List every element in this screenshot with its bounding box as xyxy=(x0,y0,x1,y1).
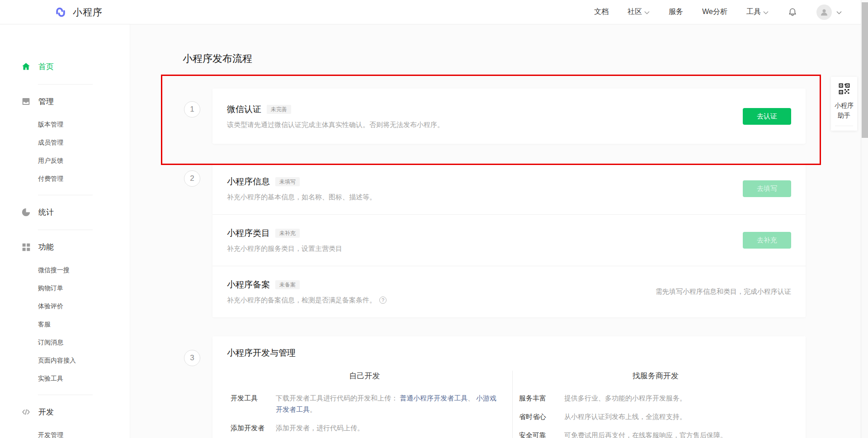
inbox-icon xyxy=(21,97,31,106)
miniprogram-logo-icon xyxy=(54,6,67,19)
miniprogram-icp-row: 小程序备案 未备案 补充小程序的备案信息，检测是否满足备案条件。 ? 需先填写小… xyxy=(212,266,806,317)
sidebar-item-user-feedback[interactable]: 用户反馈 xyxy=(0,151,130,170)
account-menu[interactable] xyxy=(816,5,842,20)
home-icon xyxy=(21,62,31,71)
chevron-down-icon xyxy=(763,8,769,16)
sidebar-item-customer-service[interactable]: 客服 xyxy=(0,315,130,333)
step-number-3: 3 xyxy=(184,350,200,366)
miniprogram-console-page: 小程序 文档 社区 服务 We分析 工具 xyxy=(0,0,868,438)
main-content: 小程序发布流程 1 2 3 微信认证 未完善 该类型请先通过微信认证完成主体真实… xyxy=(130,24,868,438)
service-provider-column: 找服务商开发 服务丰富 提供多行业、多功能的小程序开发服务。 省时省心 从小程序… xyxy=(512,371,806,438)
sidebar-item-shopping-orders[interactable]: 购物订单 xyxy=(0,279,130,297)
go-add-category-button[interactable]: 去补充 xyxy=(743,232,791,249)
safe-reliable-row: 安全可靠 可免费试用后再支付，在线客服响应，官方售后保障。 xyxy=(519,429,792,438)
divider xyxy=(38,230,93,230)
sidebar-item-member-management[interactable]: 成员管理 xyxy=(0,133,130,151)
code-icon xyxy=(21,407,31,417)
avatar xyxy=(816,5,832,20)
step3-title: 小程序开发与管理 xyxy=(227,347,791,359)
logo-text: 小程序 xyxy=(73,6,103,19)
divider xyxy=(38,195,93,195)
sidebar-item-page-content-access[interactable]: 页面内容接入 xyxy=(0,351,130,369)
sidebar-sublist-development: 开发管理 xyxy=(0,426,130,438)
info-description: 补充小程序的基本信息，如名称、图标、描述等。 xyxy=(227,193,743,202)
miniprogram-assistant-widget[interactable]: 小程序 助手 xyxy=(831,77,857,131)
page-scrollbar[interactable] xyxy=(861,0,868,438)
step1-description: 该类型请先通过微信认证完成主体真实性确认。否则将无法发布小程序。 xyxy=(227,120,743,129)
assistant-label-line2: 助手 xyxy=(831,110,857,120)
sidebar-item-home[interactable]: 首页 xyxy=(0,56,130,77)
divider xyxy=(38,84,93,85)
qr-code-icon xyxy=(839,88,850,96)
page-title: 小程序发布流程 xyxy=(183,52,252,66)
sidebar-item-features[interactable]: 功能 xyxy=(0,236,130,257)
sidebar-item-experimental-tools[interactable]: 实验工具 xyxy=(0,369,130,387)
step-number-2: 2 xyxy=(184,170,200,187)
rich-services-row: 服务丰富 提供多行业、多功能的小程序开发服务。 xyxy=(519,392,792,404)
step-number-1: 1 xyxy=(184,101,200,118)
divider xyxy=(38,395,93,395)
step1-wechat-verification-card: 微信认证 未完善 该类型请先通过微信认证完成主体真实性确认。否则将无法发布小程序… xyxy=(212,89,806,144)
dev-tools-label: 开发工具 xyxy=(231,392,276,415)
nav-community[interactable]: 社区 xyxy=(627,7,650,17)
sidebar-item-development[interactable]: 开发 xyxy=(0,401,130,422)
sidebar: 首页 管理 版本管理 成员管理 用户反馈 付费管理 统计 xyxy=(0,24,130,438)
category-title: 小程序类目 xyxy=(227,227,270,239)
category-description: 补充小程序的服务类目，设置主营类目 xyxy=(227,244,743,253)
grid-icon xyxy=(21,242,31,252)
go-fill-info-button[interactable]: 去填写 xyxy=(743,180,791,197)
top-header: 小程序 文档 社区 服务 We分析 工具 xyxy=(0,0,868,24)
sidebar-item-statistics[interactable]: 统计 xyxy=(0,202,130,222)
sidebar-sublist-management: 版本管理 成员管理 用户反馈 付费管理 xyxy=(0,115,130,188)
info-title: 小程序信息 xyxy=(227,176,270,188)
chevron-down-icon xyxy=(644,8,650,16)
standard-devtools-link[interactable]: 普通小程序开发者工具 xyxy=(400,394,467,402)
sidebar-item-wechat-search[interactable]: 微信搜一搜 xyxy=(0,261,130,279)
sidebar-item-payment-management[interactable]: 付费管理 xyxy=(0,170,130,188)
pie-chart-icon xyxy=(21,207,31,217)
notification-bell-icon[interactable] xyxy=(788,7,797,17)
self-develop-header: 自己开发 xyxy=(231,371,499,381)
sidebar-item-dev-management[interactable]: 开发管理 xyxy=(0,426,130,438)
step3-development-card: 小程序开发与管理 自己开发 开发工具 下载开发者工具进行代码的开发和上传： 普通… xyxy=(212,336,806,438)
icp-title: 小程序备案 xyxy=(227,279,270,291)
sidebar-item-management[interactable]: 管理 xyxy=(0,91,130,112)
miniprogram-logo[interactable]: 小程序 xyxy=(54,6,103,19)
divider xyxy=(835,126,853,126)
status-badge: 未完善 xyxy=(267,105,291,114)
dev-tools-row: 开发工具 下载开发者工具进行代码的开发和上传： 普通小程序开发者工具、 小游戏开… xyxy=(231,392,499,415)
service-provider-header: 找服务商开发 xyxy=(519,371,792,381)
nav-we-analytics[interactable]: We分析 xyxy=(702,7,727,17)
miniprogram-info-row: 小程序信息 未填写 补充小程序的基本信息，如名称、图标、描述等。 去填写 xyxy=(212,163,806,214)
status-badge: 未补充 xyxy=(275,229,300,238)
icp-precondition-note: 需先填写小程序信息和类目，完成小程序认证 xyxy=(656,287,791,296)
go-verify-button[interactable]: 去认证 xyxy=(743,108,791,125)
self-develop-column: 自己开发 开发工具 下载开发者工具进行代码的开发和上传： 普通小程序开发者工具、… xyxy=(212,371,512,438)
step1-title: 微信认证 xyxy=(227,104,261,115)
chevron-down-icon xyxy=(836,8,842,16)
status-badge: 未填写 xyxy=(275,177,300,186)
icp-description: 补充小程序的备案信息，检测是否满足备案条件。 ? xyxy=(227,296,656,305)
top-nav: 文档 社区 服务 We分析 工具 xyxy=(594,5,868,20)
add-developer-row: 添加开发者 添加开发者，进行代码上传。 xyxy=(231,422,499,433)
sidebar-item-version-management[interactable]: 版本管理 xyxy=(0,115,130,133)
sidebar-sublist-features: 微信搜一搜 购物订单 体验评价 客服 订阅消息 页面内容接入 实验工具 xyxy=(0,261,130,387)
assistant-label-line1: 小程序 xyxy=(831,100,857,110)
sidebar-item-subscribe-messages[interactable]: 订阅消息 xyxy=(0,333,130,351)
nav-docs[interactable]: 文档 xyxy=(594,7,609,17)
nav-services[interactable]: 服务 xyxy=(669,7,683,17)
sidebar-item-experience-review[interactable]: 体验评价 xyxy=(0,297,130,315)
add-developer-label: 添加开发者 xyxy=(231,422,276,433)
time-saving-row: 省时省心 从小程序认证到发布上线，全流程支持。 xyxy=(519,411,792,422)
nav-tools[interactable]: 工具 xyxy=(746,7,769,17)
miniprogram-category-row: 小程序类目 未补充 补充小程序的服务类目，设置主营类目 去补充 xyxy=(212,214,806,266)
scrollbar-thumb[interactable] xyxy=(862,2,868,138)
status-badge: 未备案 xyxy=(275,280,300,289)
help-icon[interactable]: ? xyxy=(379,297,387,304)
step2-setup-card: 小程序信息 未填写 补充小程序的基本信息，如名称、图标、描述等。 去填写 小程序… xyxy=(212,163,806,317)
